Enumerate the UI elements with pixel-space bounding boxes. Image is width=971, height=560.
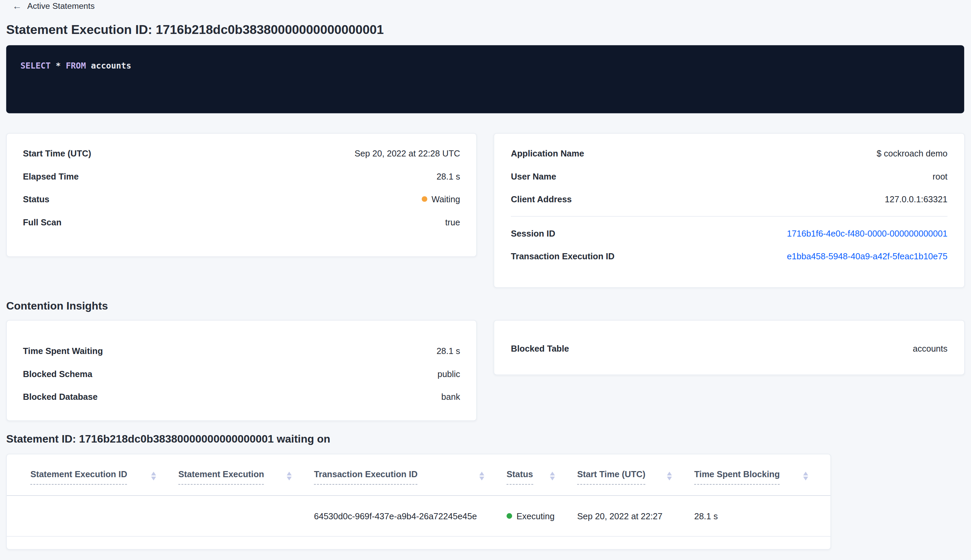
start-time-label: Start Time (UTC): [23, 148, 91, 158]
session-id-row: Session ID 1716b1f6-4e0c-f480-0000-00000…: [511, 222, 948, 244]
start-time-row: Start Time (UTC) Sep 20, 2022 at 22:28 U…: [23, 142, 460, 165]
session-id-link[interactable]: 1716b1f6-4e0c-f480-0000-000000000001: [787, 228, 948, 238]
column-header-label: Time Spent Blocking: [694, 469, 780, 485]
column-header-label: Transaction Execution ID: [314, 469, 417, 485]
blocked-table-row: Blocked Table accounts: [511, 337, 948, 359]
statement-details-page: ← Active Statements Statement Execution …: [0, 0, 971, 560]
column-header-statement-execution-id[interactable]: Statement Execution ID: [30, 455, 178, 495]
executing-status-dot-icon: [507, 513, 512, 518]
application-name-row: Application Name $ cockroach demo: [511, 142, 948, 165]
contention-card: Time Spent Waiting 28.1 s Blocked Schema…: [6, 320, 477, 421]
client-address-label: Client Address: [511, 194, 572, 204]
cell-start-time: Sep 20, 2022 at 22:27: [577, 511, 694, 521]
cell-status: Executing: [507, 511, 577, 521]
arrow-left-icon: ←: [12, 2, 22, 10]
session-card: Application Name $ cockroach demo User N…: [494, 133, 965, 288]
sql-star: *: [56, 61, 61, 71]
elapsed-time-row: Elapsed Time 28.1 s: [23, 165, 460, 187]
cell-status-value: Executing: [516, 511, 554, 521]
elapsed-time-value: 28.1 s: [437, 171, 460, 181]
sort-icon: [667, 472, 672, 481]
full-scan-label: Full Scan: [23, 217, 62, 227]
cell-transaction-execution-id: 64530d0c-969f-437e-a9b4-26a72245e45e: [314, 511, 507, 521]
sort-icon: [151, 472, 156, 481]
blocked-schema-row: Blocked Schema public: [23, 362, 460, 385]
table-header-row: Statement Execution ID Statement Executi…: [7, 455, 831, 496]
status-row: Status Waiting: [23, 188, 460, 210]
sort-icon: [550, 472, 555, 481]
elapsed-time-label: Elapsed Time: [23, 171, 78, 181]
full-scan-row: Full Scan true: [23, 210, 460, 233]
start-time-value: Sep 20, 2022 at 22:28 UTC: [354, 148, 460, 158]
column-header-statement-execution[interactable]: Statement Execution: [178, 455, 314, 495]
status-value: Waiting: [432, 194, 460, 204]
sql-statement-box: SELECT * FROM accounts: [6, 45, 964, 113]
client-address-row: Client Address 127.0.0.1:63321: [511, 188, 948, 210]
column-header-status[interactable]: Status: [507, 455, 577, 495]
column-header-label: Start Time (UTC): [577, 469, 646, 485]
user-name-row: User Name root: [511, 165, 948, 187]
sort-icon: [803, 472, 808, 481]
waiting-on-heading: Statement ID: 1716b218dc0b38380000000000…: [6, 433, 330, 445]
column-header-transaction-execution-id[interactable]: Transaction Execution ID: [314, 455, 507, 495]
waiting-statements-table-card: Statement Execution ID Statement Executi…: [6, 454, 831, 550]
session-card-divider: [511, 216, 948, 217]
user-name-value: root: [933, 171, 948, 181]
time-spent-waiting-row: Time Spent Waiting 28.1 s: [23, 339, 460, 362]
column-header-label: Statement Execution ID: [30, 469, 127, 485]
user-name-label: User Name: [511, 171, 556, 181]
blocked-table-card: Blocked Table accounts: [494, 320, 965, 375]
column-header-start-time[interactable]: Start Time (UTC): [577, 455, 694, 495]
page-title: Statement Execution ID: 1716b218dc0b3838…: [6, 22, 384, 37]
transaction-execution-id-row: Transaction Execution ID e1bba458-5948-4…: [511, 244, 948, 267]
sql-keyword-select: SELECT: [20, 61, 50, 71]
blocked-database-value: bank: [441, 392, 460, 402]
blocked-schema-value: public: [437, 368, 460, 378]
application-name-label: Application Name: [511, 148, 584, 158]
back-to-active-statements-link[interactable]: ← Active Statements: [12, 2, 94, 10]
time-spent-waiting-label: Time Spent Waiting: [23, 346, 103, 356]
waiting-status-dot-icon: [422, 196, 427, 202]
blocked-schema-label: Blocked Schema: [23, 368, 92, 378]
status-label: Status: [23, 194, 49, 204]
blocked-database-label: Blocked Database: [23, 392, 97, 402]
column-header-label: Statement Execution: [178, 469, 264, 485]
column-header-label: Status: [507, 469, 533, 485]
sort-icon: [479, 472, 484, 481]
column-header-time-spent-blocking[interactable]: Time Spent Blocking: [694, 455, 831, 495]
application-name-value: $ cockroach demo: [877, 148, 948, 158]
cell-time-spent-blocking: 28.1 s: [694, 511, 831, 521]
contention-insights-heading: Contention Insights: [6, 300, 108, 312]
transaction-execution-id-link[interactable]: e1bba458-5948-40a9-a42f-5feac1b10e75: [787, 251, 948, 261]
blocked-table-label: Blocked Table: [511, 343, 569, 353]
client-address-value: 127.0.0.1:63321: [885, 194, 948, 204]
transaction-execution-id-label: Transaction Execution ID: [511, 251, 614, 261]
blocked-database-row: Blocked Database bank: [23, 385, 460, 408]
status-badge: Waiting: [422, 194, 460, 204]
sort-icon: [287, 472, 292, 481]
blocked-table-value: accounts: [913, 343, 947, 353]
sql-keyword-from: FROM: [66, 61, 86, 71]
overview-card: Start Time (UTC) Sep 20, 2022 at 22:28 U…: [6, 133, 477, 257]
session-id-label: Session ID: [511, 228, 556, 238]
sql-table-name: accounts: [91, 61, 132, 71]
full-scan-value: true: [445, 217, 460, 227]
time-spent-waiting-value: 28.1 s: [437, 346, 460, 356]
table-row: 64530d0c-969f-437e-a9b4-26a72245e45e Exe…: [7, 496, 831, 537]
back-link-label: Active Statements: [27, 2, 94, 10]
